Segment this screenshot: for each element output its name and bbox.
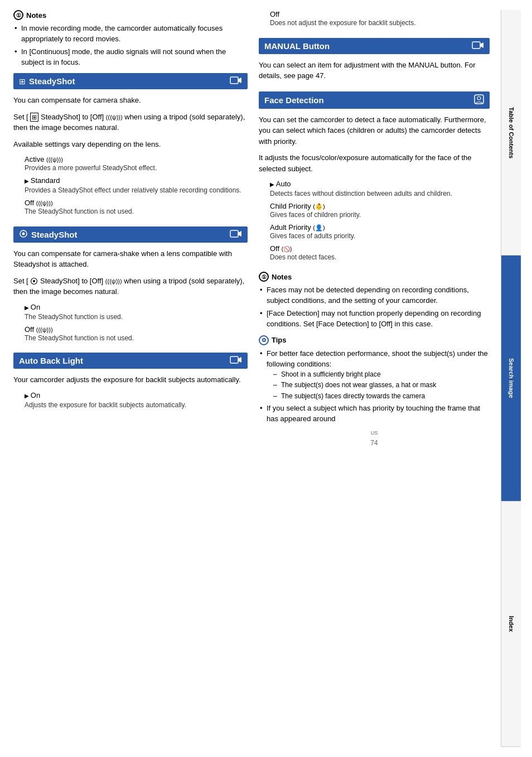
- svg-marker-11: [480, 42, 483, 48]
- tips-label: Tips: [272, 336, 287, 344]
- svg-rect-0: [230, 77, 238, 84]
- manual-button-section: MANUAL Button You can select an item for…: [259, 38, 490, 81]
- sidebar-search[interactable]: Search image: [501, 255, 521, 501]
- tips-section: ✿ Tips For better face detection perform…: [259, 335, 490, 425]
- manual-button-badge: [472, 41, 484, 51]
- steadyshot1-standard-desc: Provides a SteadyShot effect under relat…: [25, 186, 248, 195]
- page-number: US 74: [259, 430, 490, 447]
- face-detection-auto-title: Auto: [270, 180, 490, 188]
- steadyshot1-option-off: Off (((ψ))) The SteadyShot function is n…: [13, 199, 248, 216]
- auto-back-light-on-title: On: [25, 391, 248, 399]
- sidebar-toc[interactable]: Table of Contents: [501, 10, 521, 255]
- notes-bullet-2: In [Continuous] mode, the audio signals …: [13, 47, 248, 68]
- top-notes-section: ① Notes In movie recording mode, the cam…: [13, 10, 248, 67]
- face-detection-off-title: Off (🚫): [270, 244, 490, 253]
- steadyshot1-header: ⊞ SteadyShot: [13, 73, 248, 89]
- page-container: ① Notes In movie recording mode, the cam…: [0, 0, 532, 757]
- steadyshot1-off-title: Off (((ψ))): [25, 199, 248, 207]
- steadyshot2-body2: Set [ SteadyShot] to [Off] (((ψ))) when …: [13, 276, 248, 297]
- steadyshot1-option-active: Active (((ψ))) Provides a more powerful …: [13, 155, 248, 173]
- steadyshot1-title: SteadyShot: [29, 76, 230, 86]
- manual-button-title: MANUAL Button: [264, 41, 472, 51]
- face-detection-body2: It adjusts the focus/color/exposure auto…: [259, 152, 490, 174]
- steadyshot1-body3: Available settings vary depending on the…: [13, 139, 248, 150]
- steadyshot1-off-desc: The SteadyShot function is not used.: [25, 207, 248, 216]
- svg-rect-12: [475, 95, 483, 104]
- svg-marker-9: [238, 357, 241, 363]
- notes-label: Notes: [26, 11, 46, 20]
- face-detection-option-child: Child Priority (👶) Gives faces of childr…: [259, 202, 490, 220]
- svg-point-13: [477, 97, 481, 100]
- steadyshot1-body2: Set [ ⊞ SteadyShot] to [Off] (((ψ))) whe…: [13, 112, 248, 133]
- svg-rect-10: [472, 42, 480, 49]
- svg-marker-1: [238, 78, 241, 83]
- steadyshot1-option-standard: Standard Provides a SteadyShot effect un…: [13, 176, 248, 195]
- sidebar-toc-label: Table of Contents: [508, 107, 515, 158]
- right-notes-list: Faces may not be detected depending on r…: [259, 285, 490, 329]
- right-column: Off Does not adjust the exposure for bac…: [259, 10, 490, 747]
- face-detection-title: Face Detection: [264, 95, 474, 105]
- right-notes-section: ① Notes Faces may not be detected depend…: [259, 272, 490, 329]
- face-detection-adult-desc: Gives faces of adults priority.: [270, 232, 490, 241]
- auto-back-light-on-desc: Adjusts the exposure for backlit subject…: [25, 401, 248, 410]
- auto-back-light-off-continuation: Off Does not adjust the exposure for bac…: [259, 10, 490, 28]
- steadyshot2-title: SteadyShot: [31, 230, 230, 239]
- auto-back-light-title: Auto Back Light: [19, 356, 230, 365]
- face-detection-header: Face Detection: [259, 91, 490, 109]
- svg-rect-4: [230, 230, 238, 237]
- steadyshot1-section: ⊞ SteadyShot You can compensate for came…: [13, 73, 248, 216]
- notes-bullet-1: In movie recording mode, the camcorder a…: [13, 23, 248, 45]
- auto-back-light-off-desc: Does not adjust the exposure for backlit…: [270, 18, 490, 28]
- face-detection-child-desc: Gives faces of children priority.: [270, 210, 490, 220]
- right-sidebar: Table of Contents Search image Index: [501, 10, 521, 747]
- tips-dash-list: Shoot in a sufficiently bright place The…: [267, 370, 490, 401]
- steadyshot1-active-title: Active (((ψ))): [25, 155, 248, 163]
- right-notes-header: ① Notes: [259, 272, 490, 282]
- face-detection-child-title: Child Priority (👶): [270, 202, 490, 210]
- tips-bullet-1: For better face detection performance, s…: [259, 349, 490, 401]
- steadyshot1-badge: [230, 76, 242, 86]
- right-notes-icon: ①: [259, 272, 269, 282]
- face-detection-adult-title: Adult Priority (👤): [270, 223, 490, 232]
- auto-back-light-off-title: Off: [270, 10, 490, 18]
- auto-back-light-option-off: Off Does not adjust the exposure for bac…: [259, 10, 490, 28]
- steadyshot2-header: SteadyShot: [13, 226, 248, 243]
- steadyshot1-body1: You can compensate for camera shake.: [13, 95, 248, 106]
- sidebar-index[interactable]: Index: [501, 502, 521, 747]
- tips-dash-1: Shoot in a sufficiently bright place: [273, 370, 490, 379]
- tips-dash-2: The subject(s) does not wear glasses, a …: [273, 380, 490, 390]
- notes-header: ① Notes: [13, 10, 248, 20]
- steadyshot1-icon: ⊞: [19, 77, 26, 86]
- notes-icon: ①: [13, 10, 23, 20]
- auto-back-light-header: Auto Back Light: [13, 353, 248, 369]
- tips-bullet-2: If you select a subject which has priori…: [259, 403, 490, 425]
- steadyshot2-on-title: On: [25, 303, 248, 311]
- tips-icon: ✿: [259, 335, 269, 345]
- right-notes-label: Notes: [272, 273, 292, 281]
- auto-back-light-section: Auto Back Light Your camcorder adjusts t…: [13, 353, 248, 409]
- main-content: ① Notes In movie recording mode, the cam…: [0, 0, 532, 757]
- steadyshot1-standard-title: Standard: [25, 176, 248, 185]
- steadyshot2-off-desc: The SteadyShot function is not used.: [25, 334, 248, 343]
- steadyshot2-icon: [19, 229, 28, 240]
- steadyshot2-option-on: On The SteadyShot function is used.: [13, 303, 248, 322]
- left-column: ① Notes In movie recording mode, the cam…: [13, 10, 248, 747]
- face-detection-option-auto: Auto Detects faces without distinction b…: [259, 180, 490, 199]
- auto-back-light-badge: [230, 355, 242, 366]
- svg-point-3: [22, 232, 25, 235]
- manual-button-body: You can select an item for adjustment wi…: [259, 60, 490, 81]
- page-num: 74: [370, 439, 378, 447]
- face-detection-section: Face Detection You can set the camcorder…: [259, 91, 490, 262]
- face-detection-option-off: Off (🚫) Does not detect faces.: [259, 244, 490, 262]
- svg-marker-5: [238, 231, 241, 237]
- tips-header: ✿ Tips: [259, 335, 490, 345]
- steadyshot2-option-off: Off (((ψ))) The SteadyShot function is n…: [13, 325, 248, 343]
- face-detection-option-adult: Adult Priority (👤) Gives faces of adults…: [259, 223, 490, 241]
- sidebar-index-label: Index: [508, 616, 515, 632]
- auto-back-light-body: Your camcorder adjusts the exposure for …: [13, 374, 248, 385]
- notes-bullet-list: In movie recording mode, the camcorder a…: [13, 23, 248, 67]
- face-detection-body1: You can set the camcorder to detect a fa…: [259, 114, 490, 147]
- steadyshot2-section: SteadyShot You can compensate for camera…: [13, 226, 248, 343]
- tips-dash-3: The subject(s) faces directly towards th…: [273, 392, 490, 401]
- sidebar-search-label: Search image: [508, 358, 515, 398]
